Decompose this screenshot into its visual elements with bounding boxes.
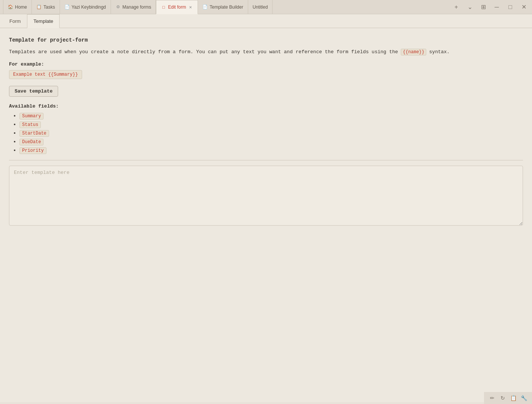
tab-manage-forms[interactable]: ⚙ Manage forms bbox=[111, 0, 156, 14]
list-item: StartDate bbox=[19, 130, 523, 137]
statusbar-edit-icon[interactable]: ✏ bbox=[489, 394, 496, 402]
description-text: Templates are used when you create a not… bbox=[9, 48, 523, 56]
save-template-button[interactable]: Save template bbox=[9, 86, 58, 97]
tab-edit-form-label: Edit form bbox=[168, 4, 186, 10]
tab-manage-forms-label: Manage forms bbox=[123, 4, 151, 10]
tab-template[interactable]: Template bbox=[27, 14, 60, 28]
tab-edit-form[interactable]: □ Edit form ✕ bbox=[156, 0, 198, 14]
divider bbox=[9, 160, 523, 160]
tasks-icon: 📋 bbox=[36, 4, 42, 10]
field-tag: Priority bbox=[19, 147, 46, 154]
tab-home[interactable]: 🏠 Home bbox=[3, 0, 32, 14]
titlebar: 🏠 Home 📋 Tasks 📄 Yazi Keybindingd ⚙ Mana… bbox=[0, 0, 532, 14]
list-item: Priority bbox=[19, 147, 523, 154]
main-content: Template for project-form Templates are … bbox=[0, 28, 532, 402]
statusbar-clipboard-icon[interactable]: 📋 bbox=[510, 394, 517, 402]
statusbar: ✏ ↻ 📋 🔧 bbox=[484, 392, 532, 404]
tab-template-builder[interactable]: 📄 Template Builder bbox=[198, 0, 248, 14]
tab-yazi[interactable]: 📄 Yazi Keybindingd bbox=[60, 0, 111, 14]
list-item: Status bbox=[19, 121, 523, 128]
chevron-button[interactable]: ⌄ bbox=[465, 2, 475, 12]
list-item: DueDate bbox=[19, 139, 523, 145]
content-tabs: Form Template bbox=[0, 14, 532, 28]
tab-tasks[interactable]: 📋 Tasks bbox=[32, 0, 60, 14]
statusbar-settings-icon[interactable]: 🔧 bbox=[520, 394, 528, 402]
example-label: For example: bbox=[9, 61, 523, 67]
description-part2: syntax. bbox=[429, 49, 450, 55]
add-tab-button[interactable]: + bbox=[451, 2, 462, 12]
template-textarea[interactable] bbox=[9, 166, 523, 226]
syntax-code: {{name}} bbox=[401, 49, 426, 55]
tab-template-builder-label: Template Builder bbox=[210, 4, 243, 10]
minimize-button[interactable]: ─ bbox=[492, 2, 502, 12]
tab-edit-form-close[interactable]: ✕ bbox=[188, 4, 193, 10]
tab-yazi-label: Yazi Keybindingd bbox=[72, 4, 106, 10]
tab-template-label: Template bbox=[33, 18, 53, 24]
yazi-icon: 📄 bbox=[64, 4, 70, 10]
description-part1: Templates are used when you create a not… bbox=[9, 49, 398, 55]
tab-untitled-label: Untitled bbox=[253, 4, 268, 10]
tab-untitled[interactable]: Untitled bbox=[248, 0, 273, 14]
template-builder-icon: 📄 bbox=[202, 4, 208, 10]
home-icon: 🏠 bbox=[8, 4, 13, 10]
field-tag: Status bbox=[19, 121, 41, 128]
tab-form[interactable]: Form bbox=[3, 14, 27, 28]
field-tag: StartDate bbox=[19, 130, 49, 137]
available-fields-label: Available fields: bbox=[9, 103, 523, 109]
tab-form-label: Form bbox=[9, 18, 21, 24]
edit-form-icon: □ bbox=[161, 4, 166, 10]
tab-home-label: Home bbox=[15, 4, 27, 10]
example-code-block: Example text {{Summary}} bbox=[9, 70, 82, 79]
list-item: Summary bbox=[19, 113, 523, 120]
field-tag: DueDate bbox=[19, 139, 43, 145]
tab-tasks-label: Tasks bbox=[43, 4, 55, 10]
manage-forms-icon: ⚙ bbox=[115, 4, 121, 10]
close-window-button[interactable]: ✕ bbox=[519, 2, 529, 12]
section-title: Template for project-form bbox=[9, 37, 523, 43]
maximize-button[interactable]: □ bbox=[505, 2, 516, 12]
statusbar-refresh-icon[interactable]: ↻ bbox=[499, 394, 507, 402]
titlebar-controls: + ⌄ ⊞ ─ □ ✕ bbox=[451, 2, 529, 12]
fields-list: SummaryStatusStartDateDueDatePriority bbox=[9, 113, 523, 154]
field-tag: Summary bbox=[19, 113, 43, 120]
layout-button[interactable]: ⊞ bbox=[478, 2, 489, 12]
